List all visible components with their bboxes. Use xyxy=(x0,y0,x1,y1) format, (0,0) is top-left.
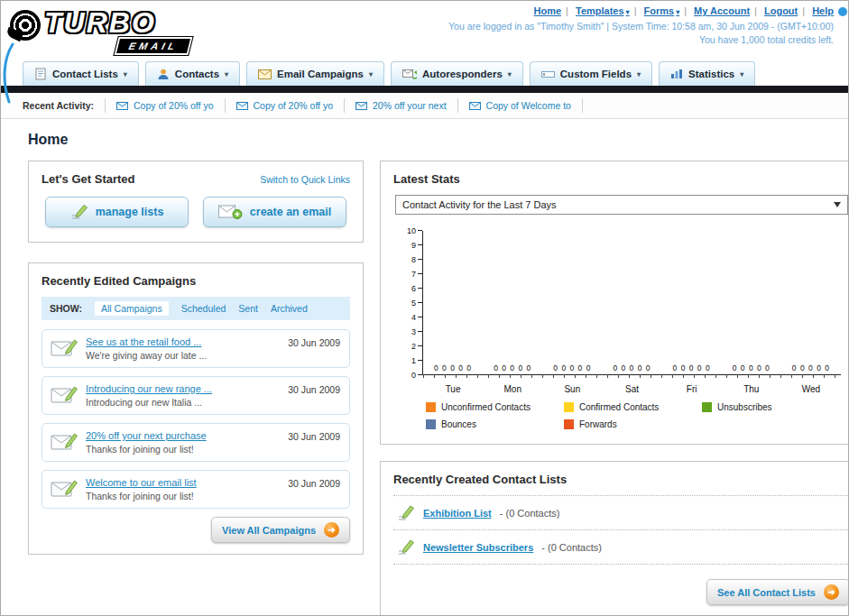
legend-swatch-confirmed xyxy=(564,402,574,412)
campaign-title-link[interactable]: See us at the retail food ... xyxy=(86,336,207,347)
email-icon xyxy=(116,102,128,110)
credits-info: You have 1,000 total credits left. xyxy=(448,34,834,45)
pencil-icon xyxy=(397,504,415,521)
filter-sent[interactable]: Sent xyxy=(238,303,258,314)
email-edit-icon xyxy=(51,383,78,405)
recent-activity-item-label: Copy of Welcome to xyxy=(486,100,571,111)
email-edit-icon xyxy=(51,336,78,358)
legend-label: Confirmed Contacts xyxy=(579,402,659,412)
top-link-home[interactable]: Home xyxy=(534,5,562,16)
top-link-templates[interactable]: Templates▾ xyxy=(576,5,630,16)
y-tick: 9 xyxy=(411,241,422,250)
tab-email-campaigns[interactable]: Email Campaigns ▾ xyxy=(246,61,384,86)
contact-list-item[interactable]: Newsletter Subscribers - (0 Contacts) xyxy=(393,530,849,565)
chart-y-axis: 10 9 8 7 6 5 4 3 2 1 0 xyxy=(399,231,422,375)
right-column: Latest Stats Contact Activity for the La… xyxy=(380,161,849,616)
contact-list-rows: Exhibition List - (0 Contacts) Newslette… xyxy=(393,495,849,565)
recent-activity-item[interactable]: Copy of 20% off yo xyxy=(105,98,226,113)
tab-statistics[interactable]: Statistics ▾ xyxy=(659,61,755,86)
bar-value-labels: 0 0 0 0 0 xyxy=(673,363,711,372)
bar-value-labels: 0 0 0 0 0 xyxy=(792,363,830,372)
campaign-title-link[interactable]: Introducing our new range ... xyxy=(86,383,212,394)
top-link-forms[interactable]: Forms▾ xyxy=(644,5,680,16)
filter-all-campaigns[interactable]: All Campaigns xyxy=(95,301,169,316)
button-label: manage lists xyxy=(96,206,164,218)
contact-list-count: - (0 Contacts) xyxy=(500,508,560,519)
campaign-title-link[interactable]: Welcome to our email list xyxy=(86,477,197,488)
campaign-item[interactable]: Introducing our new range ... Introducin… xyxy=(42,376,350,415)
x-axis-label: Wed xyxy=(781,384,841,394)
chevron-down-icon: ▾ xyxy=(508,70,512,78)
recent-activity-item[interactable]: Copy of Welcome to xyxy=(458,98,583,113)
manage-lists-button[interactable]: manage lists xyxy=(45,197,189,227)
stats-period-select[interactable]: Contact Activity for the Last 7 Days xyxy=(395,195,848,215)
chart-plot-area: 0 0 0 0 0 0 0 0 0 0 0 0 0 0 0 0 0 0 0 0 … xyxy=(422,231,841,375)
chart-bar-group: 0 0 0 0 0 xyxy=(722,231,781,374)
chart-bar-group: 0 0 0 0 0 xyxy=(781,231,841,374)
statistics-icon xyxy=(670,69,683,79)
switch-quick-links-link[interactable]: Switch to Quick Links xyxy=(260,174,350,185)
campaign-item[interactable]: Welcome to our email list Thanks for joi… xyxy=(42,470,350,509)
see-all-contact-lists-button[interactable]: See All Contact Lists ➜ xyxy=(706,579,849,605)
filter-archived[interactable]: Archived xyxy=(271,303,308,314)
legend-swatch-unsubscribes xyxy=(702,402,712,412)
separator xyxy=(561,5,573,16)
tab-contacts[interactable]: Contacts ▾ xyxy=(145,61,240,86)
tab-label: Contact Lists xyxy=(52,69,118,79)
main-content: Home Let's Get Started Switch to Quick L… xyxy=(1,119,848,616)
show-label: SHOW: xyxy=(50,303,82,314)
contact-lists-icon xyxy=(34,68,47,80)
tab-custom-fields[interactable]: Custom Fields ▾ xyxy=(530,61,652,86)
legend-label: Unconfirmed Contacts xyxy=(441,402,531,412)
campaign-title-link[interactable]: 20% off your next purchase xyxy=(86,430,207,441)
autoresponders-icon xyxy=(402,69,417,79)
button-label: See All Contact Lists xyxy=(717,587,816,598)
y-tick: 7 xyxy=(411,270,422,279)
legend-item: Confirmed Contacts xyxy=(564,402,702,412)
arrow-right-icon: ➜ xyxy=(824,584,839,600)
header: TURBO EMAIL Home Templates▾ Forms▾ My Ac… xyxy=(1,1,848,59)
filter-scheduled[interactable]: Scheduled xyxy=(181,303,226,314)
top-link-help[interactable]: Help xyxy=(812,5,834,16)
app-window: TURBO EMAIL Home Templates▾ Forms▾ My Ac… xyxy=(0,0,849,616)
email-edit-icon xyxy=(51,430,78,452)
tab-contact-lists[interactable]: Contact Lists ▾ xyxy=(23,61,139,86)
view-all-campaigns-button[interactable]: View All Campaigns ➜ xyxy=(211,517,350,543)
separator xyxy=(630,5,641,16)
email-campaigns-icon xyxy=(258,69,272,79)
panel-title: Let's Get Started xyxy=(42,172,135,186)
separator xyxy=(679,5,691,16)
campaign-date: 30 Jun 2009 xyxy=(288,478,340,489)
top-link-logout[interactable]: Logout xyxy=(764,5,798,16)
separator xyxy=(798,5,809,16)
contact-list-item[interactable]: Exhibition List - (0 Contacts) xyxy=(393,495,849,530)
y-tick: 5 xyxy=(411,299,422,308)
campaign-text: 20% off your next purchase Thanks for jo… xyxy=(86,430,207,455)
custom-fields-icon xyxy=(541,69,555,79)
contact-list-link[interactable]: Newsletter Subscribers xyxy=(423,542,533,553)
y-tick: 3 xyxy=(411,327,422,336)
select-value: Contact Activity for the Last 7 Days xyxy=(402,199,557,210)
separator xyxy=(750,5,761,16)
button-label: create an email xyxy=(250,206,331,218)
contact-list-link[interactable]: Exhibition List xyxy=(423,508,492,519)
tab-autoresponders[interactable]: Autoresponders ▾ xyxy=(391,61,523,86)
page-title: Home xyxy=(28,132,821,148)
create-email-button[interactable]: create an email xyxy=(203,197,346,227)
recent-activity-item[interactable]: 20% off your next xyxy=(345,98,458,113)
header-meta: Home Templates▾ Forms▾ My Account Logout… xyxy=(448,5,834,45)
top-link-my-account[interactable]: My Account xyxy=(694,5,750,16)
legend-label: Bounces xyxy=(441,419,476,429)
chevron-down-icon: ▾ xyxy=(740,70,743,78)
campaign-item[interactable]: 20% off your next purchase Thanks for jo… xyxy=(42,423,350,462)
campaign-item[interactable]: See us at the retail food ... We're givi… xyxy=(42,329,350,368)
recent-contact-lists-panel: Recently Created Contact Lists Exhibitio… xyxy=(380,461,849,616)
recent-activity-item[interactable]: Copy of 20% off yo xyxy=(226,98,346,113)
x-axis-label: Sun xyxy=(542,384,602,394)
chevron-down-icon: ▾ xyxy=(124,70,127,78)
nav-divider-bar xyxy=(1,86,848,93)
tab-label: Autoresponders xyxy=(422,69,503,79)
y-tick: 6 xyxy=(411,284,422,293)
corner-dot xyxy=(838,7,847,16)
x-axis-label: Mon xyxy=(483,384,542,394)
